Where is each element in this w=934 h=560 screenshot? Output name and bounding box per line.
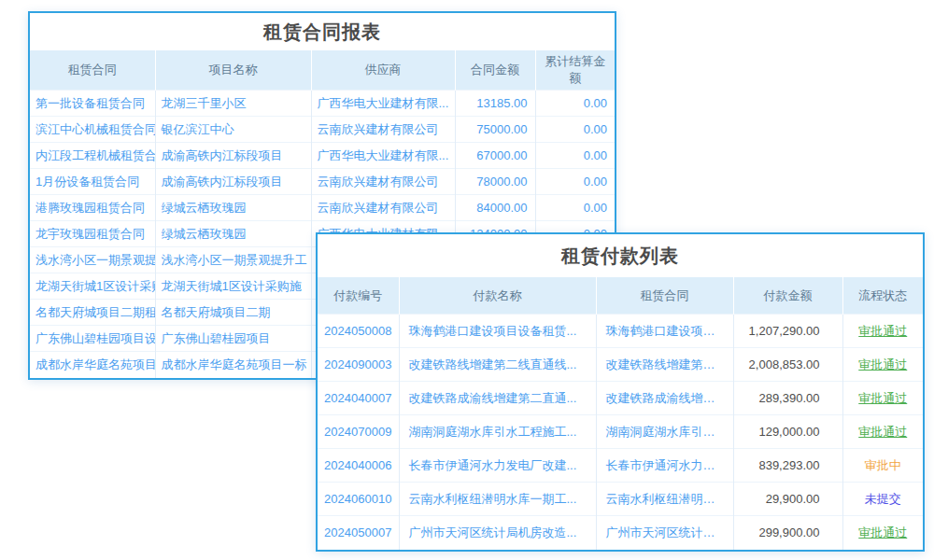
- contract-amount-cell: 67000.00: [455, 143, 535, 169]
- contract-name-cell[interactable]: 第一批设备租赁合同: [30, 91, 155, 117]
- payment-id-cell[interactable]: 2024090003: [318, 348, 399, 382]
- table-row: 内江段工程机械租赁合同成渝高铁内江标段项目广西华电大业建材有限...67000.…: [30, 143, 615, 169]
- table-row: 2024040007改建铁路成渝线增建第二直通...改建铁路成渝线增建...28…: [318, 382, 923, 415]
- contract-name-cell[interactable]: 浅水湾小区一期景观提升: [30, 247, 155, 273]
- payment-name-cell[interactable]: 云南水利枢纽潜明水库一期工...: [399, 483, 596, 516]
- header-cell-lease-contract: 租赁合同: [30, 50, 155, 91]
- lease-contract-cell[interactable]: 改建铁路成渝线增建...: [596, 382, 733, 415]
- payment-name-cell[interactable]: 湖南洞庭湖水库引水工程施工...: [399, 415, 596, 449]
- lease-contract-cell[interactable]: 长春市伊通河水力发...: [596, 449, 733, 483]
- project-name-cell: 成都水岸华庭名苑项目一标: [155, 352, 311, 378]
- table-row: 滨江中心机械租赁合同银亿滨江中心云南欣兴建材有限公司75000.000.00: [30, 117, 615, 143]
- project-name-cell: 龙湖天街城1区设计采购施: [155, 273, 311, 300]
- project-name-cell: 绿城云栖玫瑰园: [155, 221, 311, 247]
- table-row: 港腾玫瑰园租赁合同绿城云栖玫瑰园云南欣兴建材有限公司84000.000.00: [30, 195, 615, 221]
- payment-id-cell[interactable]: 2024070009: [318, 415, 399, 449]
- settled-amount-cell: 0.00: [535, 169, 615, 195]
- settled-amount-cell: 0.00: [535, 195, 615, 221]
- header-cell-lease-contract: 租赁合同: [596, 277, 733, 315]
- payment-name-cell[interactable]: 珠海鹤港口建设项目设备租赁...: [399, 315, 596, 348]
- flow-status-cell[interactable]: 审批通过: [842, 382, 923, 415]
- project-name-cell: 绿城云栖玫瑰园: [155, 195, 311, 221]
- project-name-cell: 浅水湾小区一期景观提升工: [155, 247, 311, 273]
- project-name-cell: 名都天府城项目二期: [155, 300, 311, 326]
- contract-name-cell[interactable]: 龙宇玫瑰园租赁合同: [30, 221, 155, 247]
- payments-panel-title: 租赁付款列表: [318, 234, 923, 277]
- supplier-cell: 云南欣兴建材有限公司: [311, 117, 455, 143]
- payment-amount-cell: 839,293.00: [733, 449, 842, 483]
- contracts-header-row: 租赁合同 项目名称 供应商 合同金额 累计结算金额: [30, 50, 615, 91]
- payments-header-row: 付款编号 付款名称 租赁合同 付款金额 流程状态: [318, 277, 923, 315]
- settled-amount-cell: 0.00: [535, 117, 615, 143]
- project-name-cell: 龙湖三千里小区: [155, 91, 311, 117]
- payment-id-cell[interactable]: 2024050008: [318, 315, 399, 348]
- lease-contract-cell[interactable]: 珠海鹤港口建设项目...: [596, 315, 733, 348]
- flow-status-cell[interactable]: 审批通过: [842, 348, 923, 382]
- contract-name-cell[interactable]: 成都水岸华庭名苑项目一: [30, 352, 155, 378]
- flow-status-cell[interactable]: 审批通过: [842, 415, 923, 449]
- payments-table: 付款编号 付款名称 租赁合同 付款金额 流程状态 2024050008珠海鹤港口…: [318, 277, 923, 550]
- payment-name-cell[interactable]: 改建铁路线增建第二线直通线...: [399, 348, 596, 382]
- header-cell-flow-status: 流程状态: [842, 277, 923, 315]
- table-row: 1月份设备租赁合同成渝高铁内江标段项目云南欣兴建材有限公司78000.000.0…: [30, 169, 615, 195]
- payment-amount-cell: 29,900.00: [733, 483, 842, 516]
- flow-status-cell[interactable]: 审批通过: [842, 516, 923, 550]
- contract-name-cell[interactable]: 港腾玫瑰园租赁合同: [30, 195, 155, 221]
- contract-name-cell[interactable]: 名都天府城项目二期租赁: [30, 300, 155, 326]
- project-name-cell: 广东佛山碧桂园项目: [155, 326, 311, 352]
- header-cell-payment-id: 付款编号: [318, 277, 399, 315]
- payment-id-cell[interactable]: 2024040006: [318, 449, 399, 483]
- flow-status-cell[interactable]: 未提交: [842, 483, 923, 516]
- table-row: 2024070009湖南洞庭湖水库引水工程施工...湖南洞庭湖水库引水...12…: [318, 415, 923, 449]
- contract-name-cell[interactable]: 滨江中心机械租赁合同: [30, 117, 155, 143]
- supplier-cell: 广西华电大业建材有限...: [311, 143, 455, 169]
- flow-status-cell[interactable]: 审批通过: [842, 315, 923, 348]
- header-cell-contract-amount: 合同金额: [455, 50, 535, 91]
- table-row: 2024050008珠海鹤港口建设项目设备租赁...珠海鹤港口建设项目...1,…: [318, 315, 923, 348]
- lease-contract-cell[interactable]: 云南水利枢纽潜明水...: [596, 483, 733, 516]
- payment-id-cell[interactable]: 2024050007: [318, 516, 399, 550]
- lease-contract-cell[interactable]: 湖南洞庭湖水库引水...: [596, 415, 733, 449]
- lease-contract-cell[interactable]: 改建铁路线增建第二...: [596, 348, 733, 382]
- contract-name-cell[interactable]: 1月份设备租赁合同: [30, 169, 155, 195]
- header-cell-project-name: 项目名称: [155, 50, 311, 91]
- contract-amount-cell: 84000.00: [455, 195, 535, 221]
- contract-amount-cell: 13185.00: [455, 91, 535, 117]
- table-row: 第一批设备租赁合同龙湖三千里小区广西华电大业建材有限...13185.000.0…: [30, 91, 615, 117]
- table-row: 2024050007广州市天河区统计局机房改造...广州市天河区统计局...29…: [318, 516, 923, 550]
- payment-amount-cell: 2,008,853.00: [733, 348, 842, 382]
- flow-status-cell[interactable]: 审批中: [842, 449, 923, 483]
- payment-name-cell[interactable]: 广州市天河区统计局机房改造...: [399, 516, 596, 550]
- supplier-cell: 广西华电大业建材有限...: [311, 91, 455, 117]
- supplier-cell: 云南欣兴建材有限公司: [311, 169, 455, 195]
- header-cell-settled-amount: 累计结算金额: [535, 50, 615, 91]
- payment-amount-cell: 1,207,290.00: [733, 315, 842, 348]
- project-name-cell: 银亿滨江中心: [155, 117, 311, 143]
- contract-name-cell[interactable]: 内江段工程机械租赁合同: [30, 143, 155, 169]
- payment-id-cell[interactable]: 2024060010: [318, 483, 399, 516]
- settled-amount-cell: 0.00: [535, 143, 615, 169]
- payment-amount-cell: 129,000.00: [733, 415, 842, 449]
- project-name-cell: 成渝高铁内江标段项目: [155, 169, 311, 195]
- payment-amount-cell: 299,900.00: [733, 516, 842, 550]
- contracts-panel-title: 租赁合同报表: [30, 13, 615, 50]
- header-cell-supplier: 供应商: [311, 50, 455, 91]
- header-cell-payment-name: 付款名称: [399, 277, 596, 315]
- settled-amount-cell: 0.00: [535, 91, 615, 117]
- payment-name-cell[interactable]: 改建铁路成渝线增建第二直通...: [399, 382, 596, 415]
- table-row: 2024060010云南水利枢纽潜明水库一期工...云南水利枢纽潜明水...29…: [318, 483, 923, 516]
- project-name-cell: 成渝高铁内江标段项目: [155, 143, 311, 169]
- payment-id-cell[interactable]: 2024040007: [318, 382, 399, 415]
- supplier-cell: 云南欣兴建材有限公司: [311, 195, 455, 221]
- contract-name-cell[interactable]: 龙湖天街城1区设计采购: [30, 273, 155, 300]
- contract-name-cell[interactable]: 广东佛山碧桂园项目设备: [30, 326, 155, 352]
- table-row: 2024040006长春市伊通河水力发电厂改建...长春市伊通河水力发...83…: [318, 449, 923, 483]
- table-row: 2024090003改建铁路线增建第二线直通线...改建铁路线增建第二...2,…: [318, 348, 923, 382]
- contract-amount-cell: 78000.00: [455, 169, 535, 195]
- payment-amount-cell: 289,390.00: [733, 382, 842, 415]
- header-cell-payment-amount: 付款金额: [733, 277, 842, 315]
- payment-name-cell[interactable]: 长春市伊通河水力发电厂改建...: [399, 449, 596, 483]
- lease-contract-cell[interactable]: 广州市天河区统计局...: [596, 516, 733, 550]
- payments-panel: 租赁付款列表 付款编号 付款名称 租赁合同 付款金额 流程状态 20240500…: [316, 232, 925, 552]
- contract-amount-cell: 75000.00: [455, 117, 535, 143]
